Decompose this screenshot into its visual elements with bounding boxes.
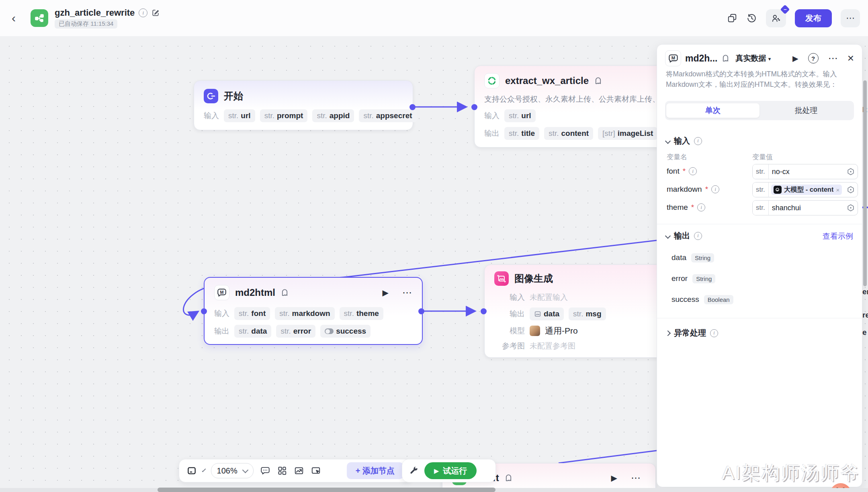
vertical-scrollbar-thumb[interactable] [863,80,867,286]
io-chip: str.markdown [275,307,334,320]
variable-reference-chip[interactable]: 大模型 - content × [771,184,842,195]
boolean-toggle-icon [325,328,334,334]
collapse-icon [665,233,671,238]
panel-more-icon[interactable]: ⋯ [828,53,838,64]
type-prefix[interactable]: str. [753,182,769,197]
data-mode-dropdown[interactable]: 真实数据 ▾ [736,53,771,64]
exception-section-header[interactable]: 异常处理 i [666,328,718,338]
info-icon: i [697,203,705,211]
play-icon: ▶ [434,467,439,475]
zoom-level: 106% [217,466,237,476]
remove-reference-icon[interactable]: × [836,187,839,193]
comment-icon[interactable] [260,465,270,476]
output-row-label: 输出 [484,128,500,139]
reference-selector-icon[interactable] [847,204,855,212]
chevron-down-icon [242,467,248,473]
node-start[interactable]: 开始 输入 str.url str.prompt str.appid str.a… [194,80,413,130]
publish-button[interactable]: 发布 [795,9,832,27]
run-mode-tabs: 单次 批处理 [665,101,854,120]
node-more-icon[interactable]: ⋯ [402,287,412,298]
io-chip: str.msg [569,308,606,320]
select-card-icon[interactable] [311,465,321,476]
view-example-link[interactable]: 查看示例 [823,231,853,242]
collapse-icon [665,138,671,144]
info-icon: i [711,185,719,193]
theme-value-input[interactable] [769,204,847,212]
horizontal-scrollbar-thumb[interactable] [158,488,495,492]
node-config-panel: M md2h... 真实数据 ▾ ▶ ? ⋯ × 将Markdown格式的文本转… [657,44,862,487]
port-imagegen-input[interactable] [481,308,487,314]
panel-close-icon[interactable]: × [848,52,854,65]
run-toolbar: ▶ 试运行 [402,459,496,482]
dropdown-caret-icon: ▾ [768,56,771,62]
history-icon[interactable] [746,13,757,24]
reference-selector-icon[interactable] [847,186,855,194]
input-empty-text: 未配置输入 [530,292,568,303]
font-value-input[interactable] [769,168,847,176]
plugin-icon [594,77,602,85]
info-icon[interactable]: i [139,8,147,17]
port-extract-input[interactable] [471,104,477,110]
plugin-icon [281,289,289,297]
duplicate-icon[interactable] [727,13,737,23]
interaction-mode-icon[interactable] [186,465,197,476]
output-row-data: data String [671,252,714,264]
type-badge: Boolean [704,295,733,304]
run-node-icon[interactable]: ▶ [383,288,389,297]
info-icon: i [710,329,718,337]
type-prefix[interactable]: str. [753,164,769,179]
ref-image-empty-text: 未配置参考图 [530,341,575,351]
output-section-header[interactable]: 输出 i [666,230,702,241]
port-md2html-output[interactable] [418,308,424,314]
output-row-success: success Boolean [671,293,733,305]
image-type-icon [534,310,541,318]
reference-selector-icon[interactable] [847,168,855,176]
io-chip: str.url [224,109,255,122]
type-badge: String [692,274,715,283]
node-more-icon[interactable]: ⋯ [631,472,641,484]
run-node-icon[interactable]: ▶ [611,473,617,483]
output-row-label: 输出 [494,309,525,319]
type-badge: String [691,253,714,262]
param-label-font: font* i [667,164,697,178]
model-name: 通用-Pro [545,325,578,336]
section-divider [657,318,862,318]
edit-title-icon[interactable] [151,9,160,17]
md2html-panel-icon: M [665,50,681,66]
workflow-title: gzh_article_rewrite [55,8,135,18]
io-chip: success [320,325,371,338]
back-button[interactable]: ‹ [6,11,21,25]
io-chip: str.appid [312,109,354,122]
wrench-icon[interactable] [409,466,419,476]
tab-single[interactable]: 单次 [666,103,760,118]
type-prefix[interactable]: str. [753,201,769,215]
port-md2html-input[interactable] [201,308,207,314]
add-node-button[interactable]: + 添加节点 [347,462,403,479]
node-title: 开始 [224,90,243,102]
help-icon[interactable]: ? [808,53,819,64]
node-title: 图像生成 [514,272,553,285]
io-chip: str.title [504,127,539,140]
info-icon: i [694,232,702,240]
node-title: md2html [235,287,275,298]
io-chip: data [530,308,564,320]
test-run-button[interactable]: ▶ 试运行 [424,462,477,479]
panel-run-icon[interactable]: ▶ [792,54,798,63]
chevron-down-icon[interactable] [202,468,206,472]
svg-text:M: M [671,55,675,60]
auto-layout-icon[interactable] [277,465,287,476]
input-section-header[interactable]: 输入 i [666,135,702,146]
topbar-more-button[interactable]: ⋯ [841,9,860,27]
panel-node-title: md2h... [685,53,718,64]
collaboration-button[interactable]: − [766,9,786,27]
tab-batch[interactable]: 批处理 [760,103,853,118]
port-start-output[interactable] [409,104,416,110]
column-variable-value: 变量值 [752,152,773,162]
extract-node-icon [484,73,500,88]
info-icon: i [694,137,702,145]
zoom-control[interactable]: 106% [211,463,254,478]
export-image-icon[interactable] [294,465,304,476]
input-row-label: 输入 [494,292,525,303]
model-avatar [530,326,540,336]
node-md2html[interactable]: M md2html ▶ ⋯ 输入 str.font str.markdown s… [204,277,423,345]
